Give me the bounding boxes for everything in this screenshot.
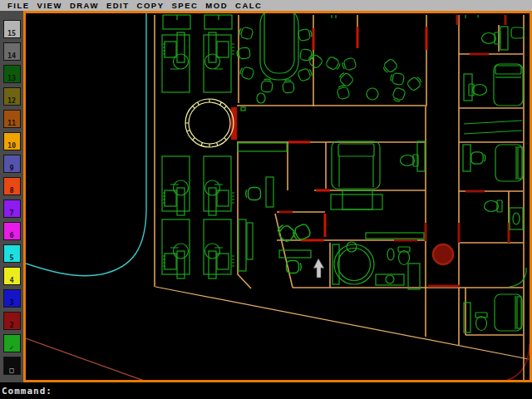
swatch-label: 8: [9, 186, 13, 195]
color-swatch-11[interactable]: 11: [3, 110, 21, 128]
swatch-label: 7: [9, 209, 13, 217]
swatch-label: 10: [7, 141, 16, 150]
color-swatch-4[interactable]: 4: [3, 267, 21, 285]
menu-draw[interactable]: DRAW: [70, 0, 99, 11]
menu-spec[interactable]: SPEC: [171, 0, 198, 11]
swatch-label: 6: [9, 231, 13, 239]
swatch-label: 4: [9, 276, 13, 284]
swatch-checkmark[interactable]: ✓: [3, 334, 21, 352]
checkmark-icon: ✓: [9, 343, 13, 352]
color-palette-toolbar: 15 14 13 12 11 10 9 8 7 6 5 4 3 2 ✓ □: [0, 11, 23, 382]
floorplan-svg[interactable]: [26, 13, 530, 380]
walls: [155, 15, 524, 380]
color-swatch-3[interactable]: 3: [3, 289, 21, 308]
swatch-black[interactable]: □: [3, 357, 21, 375]
color-swatch-13[interactable]: 13: [3, 65, 21, 83]
drawing-canvas[interactable]: [23, 11, 532, 382]
swatch-label: 5: [9, 254, 13, 262]
color-swatch-2[interactable]: 2: [3, 312, 21, 330]
color-swatch-12[interactable]: 12: [3, 87, 21, 106]
furniture: [162, 13, 526, 332]
swatch-label: 13: [7, 74, 16, 82]
menu-view[interactable]: VIEW: [37, 0, 62, 11]
swatch-label: 9: [9, 164, 13, 172]
square-icon: □: [9, 366, 13, 374]
menu-copy[interactable]: COPY: [137, 0, 165, 11]
swatch-label: 3: [9, 298, 13, 307]
door-segments: [231, 15, 509, 286]
column-marker: [433, 244, 453, 264]
color-swatch-5[interactable]: 5: [3, 244, 21, 263]
color-swatch-6[interactable]: 6: [3, 222, 21, 240]
swatch-label: 12: [7, 96, 16, 105]
mouse-cursor-icon: [313, 259, 324, 278]
swatch-label: 14: [7, 52, 16, 60]
menu-edit[interactable]: EDIT: [106, 0, 130, 11]
menu-mod[interactable]: MOD: [205, 0, 228, 11]
color-swatch-9[interactable]: 9: [3, 155, 21, 173]
swatch-label: 15: [7, 29, 16, 37]
swatch-label: 11: [7, 119, 16, 127]
menu-file[interactable]: FILE: [7, 0, 30, 11]
swatch-label: 2: [9, 321, 13, 329]
site-lines: [26, 13, 530, 380]
menu-calc[interactable]: CALC: [235, 0, 262, 11]
color-swatch-8[interactable]: 8: [3, 177, 21, 195]
menubar: FILE VIEW DRAW EDIT COPY SPEC MOD CALC: [0, 0, 532, 11]
color-swatch-15[interactable]: 15: [3, 20, 21, 38]
color-swatch-7[interactable]: 7: [3, 200, 21, 218]
command-bar[interactable]: Command:: [0, 382, 532, 399]
revolving-door: [185, 99, 234, 147]
command-prompt: Command:: [2, 386, 52, 397]
color-swatch-10[interactable]: 10: [3, 132, 21, 150]
color-swatch-14[interactable]: 14: [3, 42, 21, 61]
